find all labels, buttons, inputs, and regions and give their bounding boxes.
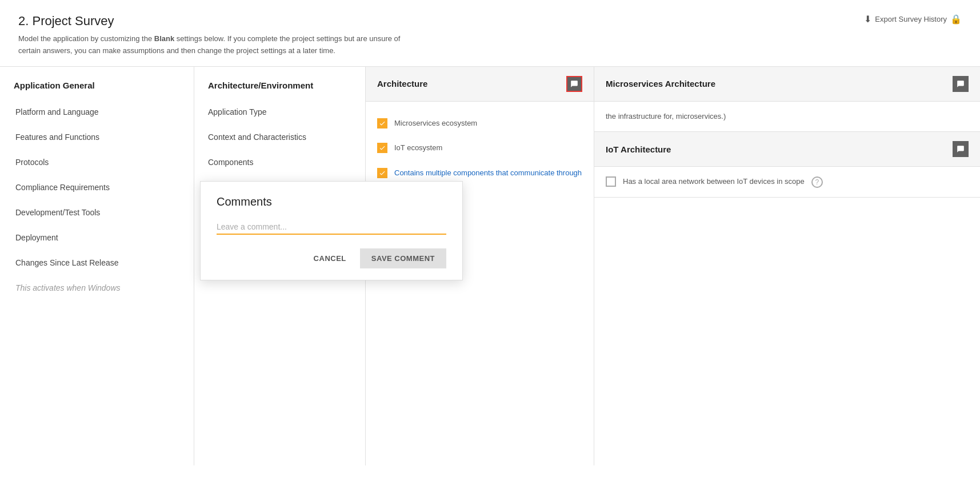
iot-header: IoT Architecture <box>594 132 980 167</box>
left-nav: Application General Platform and Languag… <box>0 67 194 465</box>
cancel-button[interactable]: CANCEL <box>307 250 353 267</box>
arch-item-microservices-label: Microservices ecosystem <box>394 118 477 129</box>
comment-actions: CANCEL SAVE COMMENT <box>217 248 446 268</box>
sidebar-item-devtools[interactable]: Development/Test Tools <box>0 200 194 225</box>
checkbox-microservices[interactable] <box>377 118 387 128</box>
microservices-section: Microservices Architecture the infrastru… <box>594 67 980 132</box>
checkbox-iot[interactable] <box>377 143 387 153</box>
download-icon: ⬇ <box>864 14 871 25</box>
main-layout: Application General Platform and Languag… <box>0 67 980 465</box>
comment-input-wrap <box>217 220 446 235</box>
microservices-comment-icon[interactable] <box>953 76 969 92</box>
export-button[interactable]: ⬇ Export Survey History 🔒 <box>864 14 962 25</box>
checkbox-iot-lan[interactable] <box>606 176 616 187</box>
iot-item-lan: Has a local area network between IoT dev… <box>594 167 980 197</box>
mid-nav-components[interactable]: Components <box>194 150 365 175</box>
page-title: 2. Project Survey <box>18 14 962 29</box>
mid-nav-apptype[interactable]: Application Type <box>194 99 365 124</box>
comments-title: Comments <box>217 195 446 208</box>
left-nav-header: Application General <box>0 76 194 99</box>
architecture-comment-icon[interactable] <box>566 76 582 92</box>
arch-item-iot-label: IoT ecosystem <box>394 142 442 154</box>
architecture-header: Architecture <box>366 67 594 102</box>
arch-item-iot: IoT ecosystem <box>377 135 582 160</box>
sidebar-item-platform[interactable]: Platform and Language <box>0 99 194 124</box>
iot-comment-icon[interactable] <box>953 141 969 157</box>
sidebar-item-protocols[interactable]: Protocols <box>0 150 194 175</box>
checkbox-multicomponent[interactable] <box>377 168 387 178</box>
right-column: Microservices Architecture the infrastru… <box>594 67 980 465</box>
mid-nav-context[interactable]: Context and Characteristics <box>194 124 365 150</box>
mid-nav-header: Architecture/Environment <box>194 76 365 99</box>
comment-input[interactable] <box>217 220 446 235</box>
arch-item-microservices: Microservices ecosystem <box>377 111 582 136</box>
help-icon-iot-lan[interactable]: ? <box>811 176 823 188</box>
sidebar-item-changes[interactable]: Changes Since Last Release <box>0 250 194 275</box>
sidebar-item-features[interactable]: Features and Functions <box>0 124 194 150</box>
microservices-content: the infrastructure for, microservices.) <box>594 102 980 132</box>
page-description: Model the application by customizing the… <box>18 33 418 57</box>
iot-section: IoT Architecture Has a local area networ… <box>594 132 980 198</box>
sidebar-item-windows: This activates when Windows <box>0 275 194 300</box>
lock-icon: 🔒 <box>950 14 962 25</box>
sidebar-item-deployment[interactable]: Deployment <box>0 225 194 250</box>
save-comment-button[interactable]: SAVE COMMENT <box>360 248 446 268</box>
microservices-header: Microservices Architecture <box>594 67 980 102</box>
iot-lan-label: Has a local area network between IoT dev… <box>623 176 805 187</box>
sidebar-item-compliance[interactable]: Compliance Requirements <box>0 175 194 200</box>
comments-popup: Comments CANCEL SAVE COMMENT <box>200 181 463 280</box>
